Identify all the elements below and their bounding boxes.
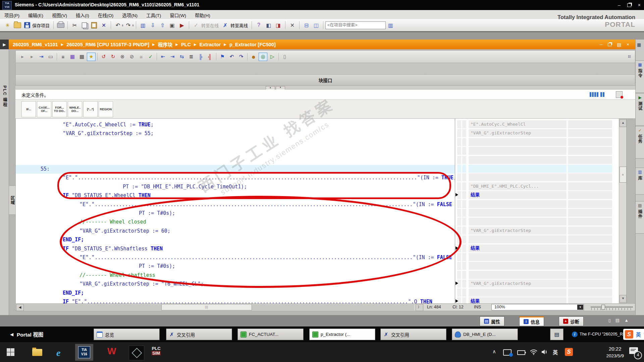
taskbar-editor-2[interactable]: FC_ACTUAT... bbox=[237, 328, 304, 340]
compile-icon[interactable]: ▥ bbox=[139, 21, 147, 29]
tray-battery-icon[interactable] bbox=[517, 350, 525, 355]
portal-view-button[interactable]: ◀ Portal 视图 bbox=[10, 330, 43, 338]
editor-toolbar-icon-30[interactable]: ▷ bbox=[268, 53, 277, 61]
project-search-input[interactable] bbox=[325, 21, 386, 29]
download-icon[interactable]: ⇩ bbox=[149, 21, 157, 29]
zoom-slider-knob[interactable] bbox=[601, 305, 605, 310]
online-diag-icon[interactable]: ? bbox=[255, 21, 263, 29]
breadcrumb-segment-2[interactable]: 程序块 bbox=[158, 41, 173, 48]
right-rail-tab-1[interactable]: ▶测试 bbox=[635, 93, 644, 126]
watch-row-10[interactable] bbox=[455, 208, 619, 217]
split-vertical-icon[interactable]: ◫ bbox=[312, 21, 320, 29]
taskbar-editor-5[interactable]: DB_HMI_E (D... bbox=[452, 328, 518, 340]
editor-toolbar-icon-19[interactable]: ⇆ bbox=[177, 53, 186, 61]
snippet-button-5[interactable]: REGION bbox=[99, 101, 113, 117]
cut-icon[interactable]: ✂ bbox=[70, 21, 79, 29]
editor-layout-icon[interactable]: ▤ bbox=[550, 328, 564, 340]
watch-row-8[interactable]: 结果 bbox=[455, 191, 619, 199]
snippet-button-1[interactable]: CASE...OF... bbox=[37, 101, 51, 117]
inspector-tab-属性[interactable]: ▤属性 bbox=[480, 316, 504, 326]
snippet-button-3[interactable]: WHILE..DO... bbox=[68, 101, 82, 117]
code-line[interactable]: "VAR_G".giExtractorStep := 60; bbox=[79, 227, 170, 235]
start-rt-icon[interactable]: ▶ bbox=[178, 21, 186, 29]
undo-icon-dropdown[interactable]: ± bbox=[122, 23, 123, 27]
split-horizontal-icon[interactable]: ⊟ bbox=[302, 21, 311, 29]
code-line[interactable]: "E".AutoCyc.C_WheelCl := TRUE; bbox=[63, 121, 154, 129]
watch-value-panel[interactable]: "E".AutoCyc.C_WheelCl"VAR_G".giExtractor… bbox=[455, 119, 619, 303]
inspector-window-icon-2[interactable]: ▲ bbox=[624, 318, 629, 323]
redo-icon-dropdown[interactable]: ± bbox=[132, 23, 134, 27]
watch-row-11[interactable] bbox=[455, 217, 619, 226]
watch-row-16[interactable] bbox=[455, 261, 619, 270]
breadcrumb-segment-3[interactable]: PLC bbox=[181, 42, 191, 47]
menu-item-1[interactable]: 编辑(E) bbox=[24, 10, 48, 18]
code-line[interactable]: IF "E"."................................… bbox=[63, 298, 432, 303]
watch-row-2[interactable] bbox=[455, 138, 619, 146]
watch-row-6[interactable] bbox=[455, 173, 619, 182]
horizontal-scrollbar[interactable]: ||| bbox=[24, 304, 414, 310]
snippet-button-4[interactable]: (*...*) bbox=[83, 101, 98, 117]
editor-dock-icon[interactable]: ▤ bbox=[617, 42, 621, 47]
editor-toolbar-icon-12[interactable]: ⊗ bbox=[118, 53, 127, 61]
zoom-select[interactable]: 100% ▼ bbox=[491, 304, 584, 310]
tray-sogou-icon[interactable]: S bbox=[565, 348, 573, 356]
breadcrumb-segment-0[interactable]: 260205_RM6_v1101 bbox=[13, 42, 58, 47]
start-button[interactable] bbox=[7, 348, 14, 356]
code-line[interactable]: "E"."...................................… bbox=[63, 174, 455, 182]
watch-row-0[interactable]: "E".AutoCyc.C_WheelCl bbox=[455, 120, 619, 129]
menu-item-2[interactable]: 视图(V) bbox=[48, 10, 71, 18]
editor-toolbar-icon-25[interactable]: ↶ bbox=[227, 53, 236, 61]
code-line[interactable]: //------- Wheel shaftless bbox=[79, 271, 155, 280]
upload-icon[interactable]: ⇧ bbox=[158, 21, 167, 29]
editor-toolbar-icon-3[interactable]: ▭ bbox=[46, 53, 55, 61]
editor-toolbar-icon-26[interactable]: ↷ bbox=[237, 53, 246, 61]
watch-row-17[interactable] bbox=[455, 270, 619, 279]
watch-row-4[interactable] bbox=[455, 156, 619, 164]
stop-window-icon[interactable]: ◨ bbox=[274, 21, 282, 29]
close-session-icon[interactable]: ✕ bbox=[288, 21, 297, 29]
watch-row-12[interactable]: "VAR_G".giExtractorStep bbox=[455, 226, 619, 235]
menu-item-7[interactable]: 窗口(W) bbox=[165, 10, 191, 18]
right-rail-grid-icon[interactable]: ▦ bbox=[637, 42, 641, 47]
go-online-icon[interactable]: ✓ bbox=[192, 21, 200, 29]
code-line[interactable]: //------- Wheel closed bbox=[79, 218, 146, 226]
scroll-right-button[interactable]: 〉 bbox=[416, 304, 423, 311]
menu-item-3[interactable]: 插入(I) bbox=[71, 10, 94, 18]
editor-toolbar-icon-28[interactable]: ☻ bbox=[249, 53, 258, 61]
keyboard-panel-icon[interactable]: ⌗ bbox=[628, 54, 631, 60]
taskbar-editor-3[interactable]: p_Extractor (... bbox=[309, 328, 375, 340]
tray-lang-icon[interactable]: 英 bbox=[553, 349, 558, 356]
block-interface-bar[interactable]: 块接口 bbox=[15, 74, 635, 86]
project-tree-expand-tab[interactable]: ▶ bbox=[0, 40, 9, 49]
editor-close-icon[interactable]: × bbox=[627, 42, 629, 47]
editor-minimize-icon[interactable]: – bbox=[600, 42, 603, 47]
file-explorer-icon[interactable] bbox=[32, 349, 42, 356]
go-offline-icon[interactable]: ✗ bbox=[221, 21, 229, 29]
wincc-taskbar-icon[interactable]: W bbox=[107, 346, 116, 357]
tray-wifi-icon[interactable] bbox=[530, 349, 537, 355]
save-project-icon[interactable] bbox=[23, 21, 31, 29]
watch-row-18[interactable]: "VAR_G".giExtractorStep bbox=[455, 279, 619, 288]
menu-item-5[interactable]: 选项(N) bbox=[118, 10, 142, 18]
taskbar-editor-0[interactable]: 总览 bbox=[94, 328, 160, 340]
sogou-input-bar[interactable]: S 英’,🎙⌨T▦ bbox=[623, 329, 644, 340]
print-icon[interactable] bbox=[56, 21, 65, 29]
code-line[interactable]: "E"."...................................… bbox=[79, 200, 452, 209]
zoom-slider[interactable] bbox=[591, 304, 633, 311]
browser-icon[interactable]: e bbox=[56, 348, 60, 358]
code-line[interactable]: "E"."...................................… bbox=[79, 253, 452, 262]
watch-row-3[interactable] bbox=[455, 146, 619, 155]
breadcrumb-segment-1[interactable]: 260205_RM6 [CPU 1516TF-3 PN/DP] bbox=[66, 42, 149, 47]
code-line[interactable]: IF "DB_STATUS_E".WheelCl THEN bbox=[63, 191, 151, 200]
menu-item-0[interactable]: 项目(P) bbox=[0, 10, 24, 18]
watch-row-14[interactable]: 结果 bbox=[455, 244, 619, 253]
editor-toolbar-icon-15[interactable]: ✓ bbox=[146, 53, 155, 61]
inspector-window-icon-0[interactable]: ▯ bbox=[608, 318, 611, 323]
taskbar-editor-4[interactable]: ✗交叉引用 bbox=[380, 328, 446, 340]
watch-row-1[interactable]: "VAR_G".giExtractorStep bbox=[455, 129, 619, 137]
editor-toolbar-icon-8[interactable]: ★ bbox=[87, 53, 96, 61]
editor-toolbar-icon-5[interactable]: ≡ bbox=[59, 53, 67, 61]
editor-toolbar-icon-20[interactable]: ≣ bbox=[187, 53, 196, 61]
editor-toolbar-icon-13[interactable]: ⊘ bbox=[127, 53, 136, 61]
breadcrumb-segment-4[interactable]: Extractor bbox=[200, 42, 221, 47]
